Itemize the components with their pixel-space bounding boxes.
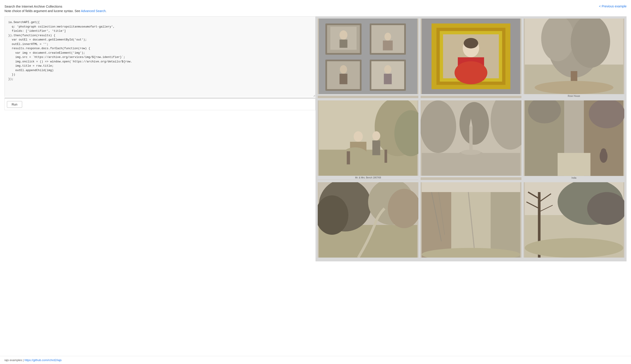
image-caption [420, 258, 521, 259]
footer-link[interactable]: https://github.com/rchrd2/iajs [24, 358, 62, 362]
svg-point-93 [525, 238, 624, 258]
svg-rect-44 [372, 140, 380, 155]
image-caption [420, 94, 521, 96]
image-caption: Rose House [524, 94, 624, 98]
svg-rect-46 [384, 150, 387, 163]
svg-rect-13 [340, 74, 347, 84]
svg-point-8 [384, 33, 391, 40]
main-content: ia.SearchAPI.get({ q: 'photograph collec… [4, 16, 626, 261]
image-placeholder [420, 182, 521, 258]
svg-rect-9 [383, 40, 393, 50]
list-item[interactable] [318, 182, 418, 259]
svg-point-52 [460, 102, 489, 145]
image-placeholder [318, 182, 418, 258]
image-caption: Mr. & Mrs. Bench 1867/68 [318, 176, 418, 180]
svg-rect-77 [491, 192, 520, 258]
svg-rect-61 [558, 153, 590, 176]
page-subtitle: Note choice of fields argument and lucen… [4, 9, 626, 13]
list-item[interactable] [420, 182, 521, 259]
svg-rect-17 [384, 74, 392, 84]
svg-point-43 [372, 131, 380, 140]
output-panel: Rose House [316, 16, 626, 261]
image-placeholder [420, 100, 521, 176]
svg-point-50 [420, 100, 456, 153]
image-caption: India [524, 176, 624, 180]
svg-rect-75 [422, 189, 451, 258]
list-item[interactable] [318, 18, 418, 98]
svg-point-26 [464, 38, 478, 48]
image-placeholder [318, 100, 418, 176]
svg-point-40 [354, 131, 363, 142]
code-editor[interactable]: ia.SearchAPI.get({ q: 'photograph collec… [4, 16, 316, 97]
list-item[interactable] [420, 18, 521, 98]
subtitle-end: . [106, 9, 106, 13]
list-item[interactable]: Rose House [524, 18, 624, 98]
svg-rect-45 [347, 151, 350, 164]
svg-rect-53 [469, 126, 473, 153]
svg-point-12 [340, 65, 347, 74]
svg-point-34 [535, 81, 613, 94]
svg-point-42 [342, 147, 368, 164]
svg-point-25 [454, 61, 488, 84]
svg-point-16 [384, 65, 391, 74]
image-placeholder [524, 18, 624, 94]
svg-point-65 [601, 148, 606, 154]
list-item[interactable]: Mr. & Mrs. Bench 1867/68 [318, 100, 418, 180]
image-caption [420, 176, 521, 177]
advanced-search-link[interactable]: Advanced Search [81, 9, 106, 13]
code-panel: ia.SearchAPI.get({ q: 'photograph collec… [4, 16, 316, 261]
run-button[interactable]: Run [7, 101, 22, 108]
image-caption [318, 94, 418, 96]
image-placeholder [318, 18, 418, 94]
svg-point-4 [340, 30, 347, 40]
image-grid: Rose House [318, 18, 624, 259]
footer: iajs examples | https://github.com/rchrd… [0, 356, 631, 364]
page-wrapper: Search the Internet Archive Collections … [0, 0, 631, 364]
page-title: Search the Internet Archive Collections [4, 4, 626, 8]
svg-rect-5 [340, 40, 347, 48]
svg-rect-81 [422, 182, 520, 192]
previous-example-link[interactable]: < Previous example [599, 4, 626, 8]
footer-text: iajs examples | [4, 358, 24, 362]
subtitle-text: Note choice of fields argument and lucen… [4, 9, 80, 13]
image-placeholder [524, 100, 624, 176]
image-placeholder [524, 182, 624, 258]
image-caption [524, 258, 624, 259]
run-button-area: Run [4, 99, 316, 110]
list-item[interactable]: India [524, 100, 624, 180]
image-caption [318, 258, 418, 259]
header-section: Search the Internet Archive Collections … [4, 4, 626, 13]
list-item[interactable] [524, 182, 624, 259]
list-item[interactable] [420, 100, 521, 180]
svg-point-56 [461, 150, 481, 155]
image-placeholder [420, 18, 521, 94]
